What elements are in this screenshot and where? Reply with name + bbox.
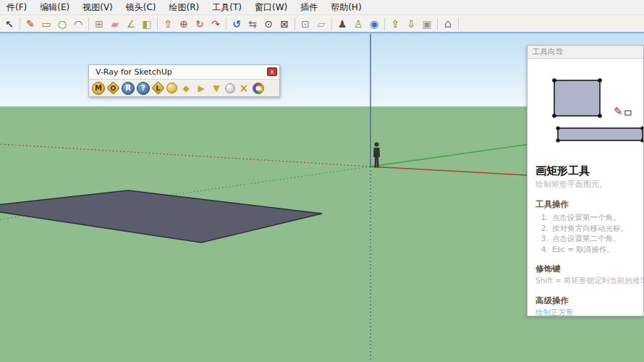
operation-step: Esc = 取消操作。 [551, 244, 643, 255]
rotate-tool-icon[interactable]: ↻ [192, 16, 208, 31]
menu-help[interactable]: 帮助(H) [324, 0, 368, 15]
follow-me-icon[interactable]: ↷ [208, 16, 224, 31]
operation-step: 点击设置第二个角。 [551, 233, 643, 244]
vray-infinite-plane-icon[interactable]: × [237, 82, 250, 95]
arc-tool-icon[interactable]: ◠ [70, 16, 86, 31]
toolbar-separator [226, 17, 226, 30]
vray-license-label: L [156, 85, 161, 92]
vray-toolbar-window: V-Ray for SketchUp x M O R ? L ◆ ▶ ▼ × [88, 64, 280, 97]
toolbar-separator [295, 17, 295, 30]
instructor-panel: 工具向导 ✎ 画矩形工具 绘制矩形平面图元。 工具操作 点击设置第一个角。 按对… [527, 45, 644, 316]
components-icon[interactable]: ▣ [419, 16, 435, 31]
zoom-extents-icon[interactable]: ⊠ [276, 16, 292, 31]
vray-omni-light-icon[interactable] [166, 83, 177, 93]
orbit-tool-icon[interactable]: ↺ [229, 16, 245, 31]
move-tool-icon[interactable]: ⊕ [176, 16, 192, 31]
tool-heading: 画矩形工具 [535, 165, 643, 177]
instructor-panel-titlebar[interactable]: 工具向导 [528, 46, 643, 59]
advanced-section-title: 高级操作 [535, 295, 643, 306]
menu-camera[interactable]: 镜头(C) [119, 0, 163, 15]
drawn-rectangle-face[interactable] [0, 190, 322, 243]
modifier-text: Shift = 将矩形锁定到当前的推导方 [535, 276, 643, 286]
vray-options-label: O [111, 85, 116, 92]
vray-frame-buffer-icon[interactable] [253, 83, 264, 94]
toolbar-separator [437, 17, 438, 30]
walk-tool-icon[interactable]: ♙ [350, 16, 366, 31]
pencil-cursor-icon: ✎ [614, 105, 623, 118]
menu-edit[interactable]: 编辑(E) [33, 0, 76, 15]
vray-title-bar[interactable]: V-Ray for SketchUp x [89, 65, 279, 80]
google-earth-icon[interactable]: ◉ [366, 16, 382, 31]
vray-render-icon[interactable]: R [122, 82, 135, 95]
select-tool-icon[interactable]: ↖ [1, 16, 17, 31]
vray-rectangle-light-icon[interactable]: ◆ [179, 82, 192, 95]
vray-window-title: V-Ray for SketchUp [96, 67, 172, 77]
operation-step: 按对角方向移动光标。 [551, 223, 643, 234]
section-plane-icon[interactable]: ▱ [313, 16, 329, 31]
red-axis-dotted [0, 144, 370, 167]
eraser-tool-icon[interactable]: ▰ [107, 16, 123, 31]
vray-material-editor-icon[interactable]: M [92, 82, 105, 95]
advanced-links: 绘制正方形 创建精确的长方形 通过推导绘制矩形 [535, 308, 643, 316]
menu-plugins[interactable]: 插件 [294, 0, 324, 15]
link-draw-square[interactable]: 绘制正方形 [535, 308, 643, 316]
menu-file[interactable]: 件(F) [0, 0, 33, 15]
rectangle-tool-icon[interactable]: ▭ [38, 16, 54, 31]
toolbar-separator [458, 17, 459, 30]
menu-window[interactable]: 窗口(W) [248, 0, 294, 15]
get-models-icon[interactable]: ⇩ [403, 16, 419, 31]
scale-figure[interactable] [373, 142, 380, 167]
menu-tools[interactable]: 工具(T) [206, 0, 248, 15]
vray-help-icon[interactable]: ? [137, 82, 150, 95]
toolbar-separator [88, 17, 89, 30]
tape-measure-icon[interactable]: ∠ [123, 16, 139, 31]
vray-spot-light-icon[interactable]: ▶ [195, 82, 208, 95]
vray-options-icon[interactable]: O [106, 81, 119, 94]
instructor-panel-title: 工具向导 [533, 47, 563, 57]
previous-view-icon[interactable]: ⊡ [297, 16, 313, 31]
vray-tool-row: M O R ? L ◆ ▶ ▼ × [89, 80, 279, 96]
operations-list: 点击设置第一个角。 按对角方向移动光标。 点击设置第二个角。 Esc = 取消操… [535, 212, 643, 254]
toolbar-separator [157, 17, 158, 30]
main-toolbar: ↖ ✎ ▭ ○ ◠ ⊞ ▰ ∠ ◧ ⇧ ⊕ ↻ ↷ ↺ ⇆ ⊙ ⊠ ⊡ ▱ ♟ … [0, 14, 644, 32]
vray-sphere-light-icon[interactable] [225, 83, 235, 93]
menu-draw[interactable]: 绘图(R) [163, 0, 206, 15]
share-model-icon[interactable]: ⇪ [387, 16, 403, 31]
rectangle-tool-illustration: ✎ [535, 77, 643, 144]
tool-description: 绘制矩形平面图元。 [535, 179, 643, 190]
zoom-tool-icon[interactable]: ⊙ [260, 16, 276, 31]
line-tool-icon[interactable]: ✎ [22, 16, 38, 31]
vray-license-icon[interactable]: L [151, 81, 164, 94]
position-camera-icon[interactable]: ♟ [334, 16, 350, 31]
make-component-icon[interactable]: ⊞ [91, 16, 107, 31]
menu-bar: 件(F) 编辑(E) 视图(V) 镜头(C) 绘图(R) 工具(T) 窗口(W)… [0, 0, 644, 14]
operation-step: 点击设置第一个角。 [551, 212, 643, 223]
close-icon[interactable]: x [267, 67, 277, 76]
pan-tool-icon[interactable]: ⇆ [245, 16, 260, 31]
vray-ies-light-icon[interactable]: ▼ [210, 82, 223, 95]
toolbar-separator [384, 17, 385, 30]
operations-section-title: 工具操作 [535, 199, 643, 210]
sketchup-window: 件(F) 编辑(E) 视图(V) 镜头(C) 绘图(R) 工具(T) 窗口(W)… [0, 0, 644, 362]
modifier-section-title: 修饰键 [535, 264, 643, 274]
toolbar-separator [20, 17, 20, 30]
instructor-panel-body: ✎ 画矩形工具 绘制矩形平面图元。 工具操作 点击设置第一个角。 按对角方向移动… [528, 59, 643, 316]
paint-bucket-icon[interactable]: ◧ [139, 16, 155, 31]
circle-tool-icon[interactable]: ○ [54, 16, 70, 31]
house-icon[interactable]: ⌂ [440, 16, 456, 31]
toolbar-separator [331, 17, 332, 30]
push-pull-icon[interactable]: ⇧ [160, 16, 176, 31]
menu-view[interactable]: 视图(V) [76, 0, 119, 15]
